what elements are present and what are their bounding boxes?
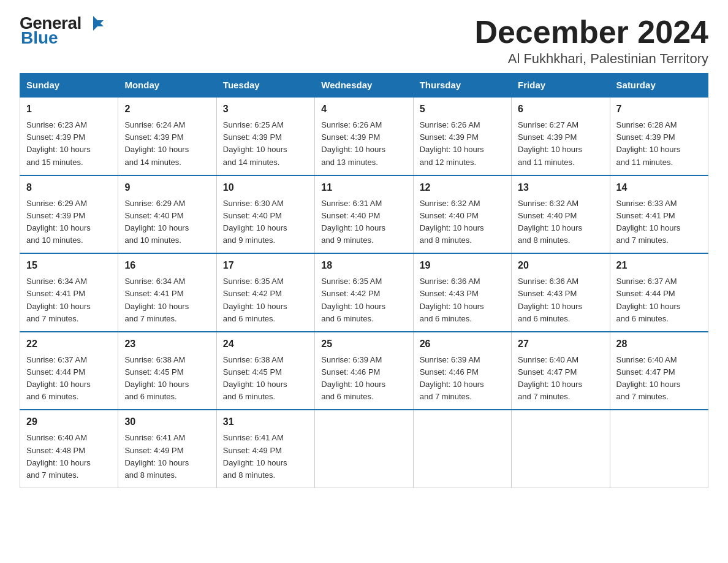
day-info: Sunrise: 6:40 AMSunset: 4:47 PMDaylight:… (518, 354, 603, 404)
col-friday: Friday (512, 74, 610, 98)
day-number: 4 (321, 102, 406, 117)
day-number: 3 (223, 102, 308, 117)
day-number: 17 (223, 258, 308, 273)
calendar-week-3: 15Sunrise: 6:34 AMSunset: 4:41 PMDayligh… (20, 253, 708, 332)
day-info: Sunrise: 6:38 AMSunset: 4:45 PMDaylight:… (223, 354, 308, 404)
location-subtitle: Al Fukhkhari, Palestinian Territory (474, 51, 708, 67)
day-number: 2 (124, 102, 210, 117)
day-number: 28 (616, 337, 702, 351)
day-number: 20 (518, 258, 603, 273)
calendar-cell: 20Sunrise: 6:36 AMSunset: 4:43 PMDayligh… (512, 253, 610, 332)
day-info: Sunrise: 6:28 AMSunset: 4:39 PMDaylight:… (616, 119, 702, 169)
day-number: 13 (518, 180, 603, 195)
day-info: Sunrise: 6:35 AMSunset: 4:42 PMDaylight:… (223, 275, 308, 325)
day-number: 21 (616, 258, 702, 273)
logo-arrow-icon (83, 15, 104, 32)
calendar-cell: 31Sunrise: 6:41 AMSunset: 4:49 PMDayligh… (216, 410, 314, 488)
day-info: Sunrise: 6:38 AMSunset: 4:45 PMDaylight:… (124, 354, 210, 404)
day-info: Sunrise: 6:32 AMSunset: 4:40 PMDaylight:… (518, 197, 603, 247)
day-number: 30 (124, 415, 210, 429)
calendar-cell: 11Sunrise: 6:31 AMSunset: 4:40 PMDayligh… (315, 175, 413, 254)
day-number: 24 (223, 337, 308, 351)
day-info: Sunrise: 6:29 AMSunset: 4:39 PMDaylight:… (26, 197, 112, 247)
day-number: 7 (616, 102, 702, 117)
calendar-cell: 19Sunrise: 6:36 AMSunset: 4:43 PMDayligh… (413, 253, 511, 332)
day-number: 15 (26, 258, 112, 273)
calendar-cell: 25Sunrise: 6:39 AMSunset: 4:46 PMDayligh… (315, 332, 413, 410)
day-number: 29 (26, 415, 112, 429)
day-number: 9 (124, 180, 210, 195)
calendar-cell: 24Sunrise: 6:38 AMSunset: 4:45 PMDayligh… (216, 332, 314, 410)
calendar-cell: 18Sunrise: 6:35 AMSunset: 4:42 PMDayligh… (315, 253, 413, 332)
calendar-cell: 12Sunrise: 6:32 AMSunset: 4:40 PMDayligh… (413, 175, 511, 254)
day-info: Sunrise: 6:26 AMSunset: 4:39 PMDaylight:… (321, 119, 406, 169)
calendar-cell: 27Sunrise: 6:40 AMSunset: 4:47 PMDayligh… (512, 332, 610, 410)
calendar-cell: 7Sunrise: 6:28 AMSunset: 4:39 PMDaylight… (610, 97, 708, 175)
day-number: 11 (321, 180, 406, 195)
day-number: 10 (223, 180, 308, 195)
day-number: 23 (124, 337, 210, 351)
day-info: Sunrise: 6:40 AMSunset: 4:48 PMDaylight:… (26, 432, 112, 481)
day-number: 5 (420, 102, 505, 117)
day-number: 6 (518, 102, 603, 117)
logo: General Blue (20, 15, 104, 47)
calendar-cell (413, 410, 511, 488)
day-info: Sunrise: 6:34 AMSunset: 4:41 PMDaylight:… (124, 275, 210, 325)
day-info: Sunrise: 6:31 AMSunset: 4:40 PMDaylight:… (321, 197, 406, 247)
calendar-cell: 6Sunrise: 6:27 AMSunset: 4:39 PMDaylight… (512, 97, 610, 175)
col-wednesday: Wednesday (315, 74, 413, 98)
calendar-cell: 15Sunrise: 6:34 AMSunset: 4:41 PMDayligh… (20, 253, 118, 332)
day-info: Sunrise: 6:41 AMSunset: 4:49 PMDaylight:… (124, 432, 210, 481)
calendar-cell (610, 410, 708, 488)
logo-blue-text: Blue (21, 29, 58, 47)
day-info: Sunrise: 6:39 AMSunset: 4:46 PMDaylight:… (321, 354, 406, 404)
calendar-cell: 30Sunrise: 6:41 AMSunset: 4:49 PMDayligh… (118, 410, 216, 488)
calendar-header-row: Sunday Monday Tuesday Wednesday Thursday… (20, 74, 708, 98)
calendar-week-2: 8Sunrise: 6:29 AMSunset: 4:39 PMDaylight… (20, 175, 708, 254)
day-info: Sunrise: 6:25 AMSunset: 4:39 PMDaylight:… (223, 119, 308, 169)
day-number: 8 (26, 180, 112, 195)
day-info: Sunrise: 6:39 AMSunset: 4:46 PMDaylight:… (420, 354, 505, 404)
day-info: Sunrise: 6:24 AMSunset: 4:39 PMDaylight:… (124, 119, 210, 169)
day-number: 31 (223, 415, 308, 429)
calendar-week-4: 22Sunrise: 6:37 AMSunset: 4:44 PMDayligh… (20, 332, 708, 410)
col-thursday: Thursday (413, 74, 511, 98)
calendar-cell: 3Sunrise: 6:25 AMSunset: 4:39 PMDaylight… (216, 97, 314, 175)
calendar-week-5: 29Sunrise: 6:40 AMSunset: 4:48 PMDayligh… (20, 410, 708, 488)
day-info: Sunrise: 6:40 AMSunset: 4:47 PMDaylight:… (616, 354, 702, 404)
day-number: 12 (420, 180, 505, 195)
day-number: 25 (321, 337, 406, 351)
day-number: 26 (420, 337, 505, 351)
calendar-cell (512, 410, 610, 488)
day-info: Sunrise: 6:29 AMSunset: 4:40 PMDaylight:… (124, 197, 210, 247)
day-info: Sunrise: 6:35 AMSunset: 4:42 PMDaylight:… (321, 275, 406, 325)
col-saturday: Saturday (610, 74, 708, 98)
day-info: Sunrise: 6:23 AMSunset: 4:39 PMDaylight:… (26, 119, 112, 169)
day-info: Sunrise: 6:34 AMSunset: 4:41 PMDaylight:… (26, 275, 112, 325)
day-number: 27 (518, 337, 603, 351)
page-header: General Blue December 2024 Al Fukhkhari,… (20, 15, 708, 67)
day-info: Sunrise: 6:36 AMSunset: 4:43 PMDaylight:… (518, 275, 603, 325)
calendar-cell: 9Sunrise: 6:29 AMSunset: 4:40 PMDaylight… (118, 175, 216, 254)
calendar-cell: 22Sunrise: 6:37 AMSunset: 4:44 PMDayligh… (20, 332, 118, 410)
calendar-cell: 2Sunrise: 6:24 AMSunset: 4:39 PMDaylight… (118, 97, 216, 175)
day-number: 18 (321, 258, 406, 273)
calendar-week-1: 1Sunrise: 6:23 AMSunset: 4:39 PMDaylight… (20, 97, 708, 175)
day-number: 1 (26, 102, 112, 117)
calendar-cell: 21Sunrise: 6:37 AMSunset: 4:44 PMDayligh… (610, 253, 708, 332)
calendar-cell: 23Sunrise: 6:38 AMSunset: 4:45 PMDayligh… (118, 332, 216, 410)
calendar-cell: 17Sunrise: 6:35 AMSunset: 4:42 PMDayligh… (216, 253, 314, 332)
calendar-cell: 4Sunrise: 6:26 AMSunset: 4:39 PMDaylight… (315, 97, 413, 175)
day-info: Sunrise: 6:37 AMSunset: 4:44 PMDaylight:… (26, 354, 112, 404)
day-info: Sunrise: 6:30 AMSunset: 4:40 PMDaylight:… (223, 197, 308, 247)
day-number: 14 (616, 180, 702, 195)
day-info: Sunrise: 6:27 AMSunset: 4:39 PMDaylight:… (518, 119, 603, 169)
day-info: Sunrise: 6:37 AMSunset: 4:44 PMDaylight:… (616, 275, 702, 325)
day-number: 22 (26, 337, 112, 351)
calendar-cell: 26Sunrise: 6:39 AMSunset: 4:46 PMDayligh… (413, 332, 511, 410)
calendar-cell: 13Sunrise: 6:32 AMSunset: 4:40 PMDayligh… (512, 175, 610, 254)
title-block: December 2024 Al Fukhkhari, Palestinian … (474, 15, 708, 67)
calendar-cell: 5Sunrise: 6:26 AMSunset: 4:39 PMDaylight… (413, 97, 511, 175)
calendar-cell: 1Sunrise: 6:23 AMSunset: 4:39 PMDaylight… (20, 97, 118, 175)
calendar-cell: 10Sunrise: 6:30 AMSunset: 4:40 PMDayligh… (216, 175, 314, 254)
